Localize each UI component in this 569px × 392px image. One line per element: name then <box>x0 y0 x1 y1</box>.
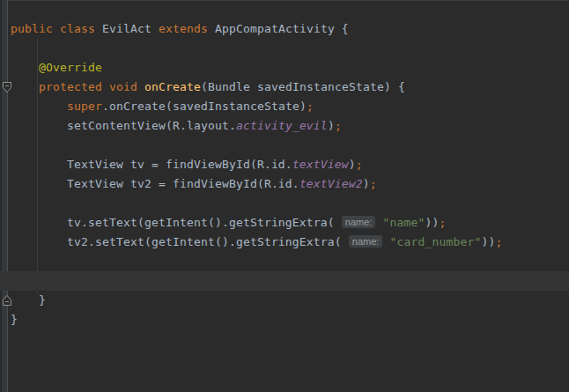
code-token: class <box>60 22 95 35</box>
code-line[interactable]: setContentView(R.layout.activity_evil); <box>0 116 569 136</box>
code-token: ; <box>307 100 314 113</box>
code-token: ; <box>495 235 502 248</box>
code-token <box>102 80 109 93</box>
code-token: )) <box>425 216 439 229</box>
code-token: public <box>11 22 53 35</box>
code-token: "name" <box>382 216 425 229</box>
code-line[interactable]: super.onCreate(savedInstanceState); <box>0 97 569 116</box>
code-line[interactable]: TextView tv2 = findViewById(R.id.textVie… <box>0 174 569 194</box>
code-token: "card_number" <box>389 235 481 248</box>
code-line[interactable]: tv.setText(getIntent().getStringExtra( n… <box>0 213 569 233</box>
param-name-hint-pill: name: <box>342 216 376 228</box>
code-token: TextView tv2 = findViewById(R.id. <box>11 177 299 190</box>
param-name-hint-pill: name: <box>349 235 383 248</box>
code-editor: public class EvilAct extends AppCompatAc… <box>0 0 569 392</box>
code-lines[interactable]: public class EvilAct extends AppCompatAc… <box>0 19 569 329</box>
code-line[interactable]: TextView tv = findViewById(R.id.textView… <box>0 155 569 174</box>
code-line[interactable]: protected void onCreate(Bundle savedInst… <box>0 78 569 97</box>
code-token <box>11 80 39 93</box>
code-line[interactable] <box>0 252 569 271</box>
code-token: AppCompatActivity { <box>208 22 349 35</box>
code-token: ; <box>439 216 446 229</box>
code-token: ) <box>363 177 370 190</box>
fold-collapse-end-icon[interactable] <box>1 294 13 307</box>
code-token <box>11 61 39 74</box>
code-line[interactable] <box>0 194 569 213</box>
code-token: TextView tv = findViewById(R.id. <box>11 158 292 171</box>
code-line[interactable]: } <box>0 310 569 329</box>
code-token: onCreate <box>144 80 201 93</box>
code-token: } <box>11 293 46 307</box>
code-token: @Override <box>39 61 102 74</box>
code-token: tv.setText(getIntent().getStringExtra( <box>11 216 342 229</box>
code-token <box>11 100 67 113</box>
code-token: void <box>109 80 137 93</box>
code-line[interactable] <box>0 136 569 155</box>
code-line[interactable]: public class EvilAct extends AppCompatAc… <box>0 19 569 39</box>
code-line[interactable]: } <box>0 291 569 310</box>
code-token: EvilAct <box>95 22 159 35</box>
code-token: super <box>67 100 102 113</box>
code-token <box>53 22 60 35</box>
code-token: ; <box>356 158 363 171</box>
code-token: tv2.setText(getIntent().getStringExtra( <box>11 235 349 248</box>
code-line[interactable]: tv2.setText(getIntent().getStringExtra( … <box>0 233 569 252</box>
code-token: textView2 <box>299 177 363 190</box>
code-token: ; <box>370 177 377 190</box>
code-token: } <box>11 313 18 326</box>
code-token: ; <box>335 119 342 132</box>
code-token: ) <box>328 119 335 132</box>
code-token: textView <box>292 158 349 171</box>
code-token: activity_evil <box>236 119 328 132</box>
code-line[interactable]: @Override <box>0 58 569 78</box>
code-token: (Bundle savedInstanceState) { <box>201 80 405 93</box>
code-token: protected <box>39 80 102 93</box>
code-line-caret[interactable] <box>0 271 569 291</box>
code-line[interactable] <box>0 39 569 58</box>
code-token: extends <box>159 22 208 35</box>
code-token: )) <box>481 235 495 248</box>
window-top-border <box>0 0 569 1</box>
fold-collapse-start-icon[interactable] <box>1 81 13 93</box>
code-token <box>137 80 144 93</box>
code-token: .onCreate(savedInstanceState) <box>102 100 307 113</box>
code-token: ) <box>349 158 356 171</box>
code-token: setContentView(R.layout. <box>11 119 236 132</box>
